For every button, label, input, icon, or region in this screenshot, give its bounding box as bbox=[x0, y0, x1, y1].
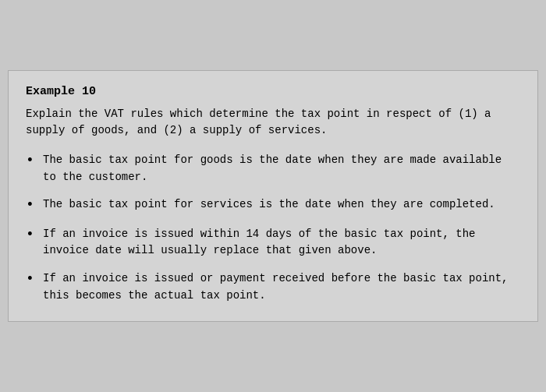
intro-text: Explain the VAT rules which determine th… bbox=[26, 106, 520, 139]
example-title: Example 10 bbox=[26, 85, 520, 98]
bullet-list: •The basic tax point for goods is the da… bbox=[26, 152, 520, 305]
bullet-text-4: If an invoice is issued or payment recei… bbox=[43, 270, 520, 304]
bullet-dot-4: • bbox=[26, 270, 43, 288]
bullet-item-2: •The basic tax point for services is the… bbox=[26, 196, 520, 214]
bullet-dot-3: • bbox=[26, 226, 43, 244]
bullet-dot-1: • bbox=[26, 152, 43, 170]
bullet-item-4: •If an invoice is issued or payment rece… bbox=[26, 270, 520, 304]
bullet-text-1: The basic tax point for goods is the dat… bbox=[43, 152, 520, 185]
bullet-item-3: •If an invoice is issued within 14 days … bbox=[26, 226, 520, 260]
bullet-text-2: The basic tax point for services is the … bbox=[43, 196, 520, 214]
bullet-dot-2: • bbox=[26, 196, 43, 214]
bullet-text-3: If an invoice is issued within 14 days o… bbox=[43, 226, 520, 260]
bullet-item-1: •The basic tax point for goods is the da… bbox=[26, 152, 520, 185]
example-card: Example 10 Explain the VAT rules which d… bbox=[8, 70, 538, 323]
